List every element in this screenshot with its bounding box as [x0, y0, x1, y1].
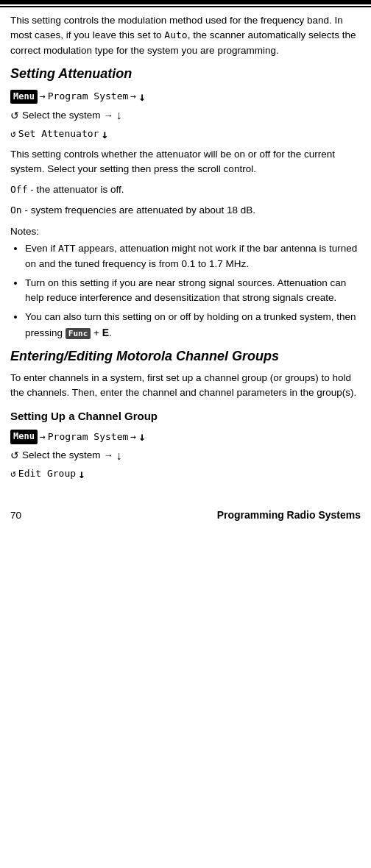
- page-number: 70: [10, 508, 21, 523]
- att-mono: ATT: [58, 243, 75, 254]
- page-container: This setting controls the modulation met…: [0, 0, 371, 528]
- edit-group-code: Edit Group: [18, 467, 76, 481]
- func-badge: Func: [66, 328, 91, 339]
- cycle-icon-1: ↺: [10, 108, 19, 123]
- program-system-code: Program System: [48, 90, 129, 104]
- s3-cycle-icon-2: ↺: [10, 467, 16, 481]
- top-border: [0, 0, 371, 4]
- section2-heading: Entering/Editing Motorola Channel Groups: [10, 348, 361, 365]
- cycle-icon-2: ↺: [10, 127, 16, 141]
- on-line: On - system frequencies are attenuated b…: [10, 203, 361, 218]
- s3-cycle-icon-1: ↺: [10, 448, 19, 463]
- arrow3: →: [104, 109, 113, 123]
- notes-label: Notes:: [10, 224, 361, 239]
- off-line: Off - the attenuator is off.: [10, 182, 361, 197]
- section3-heading: Setting Up a Channel Group: [10, 408, 361, 424]
- notes-list: Even if ATT appears, attenuation might n…: [18, 241, 361, 341]
- s3-nav-line-3: ↺ Edit Group ↓: [10, 466, 361, 483]
- bullet-3: You can also turn this setting on or off…: [25, 310, 361, 341]
- select-system-text: Select the system: [22, 108, 101, 123]
- arrow2: →: [130, 90, 136, 104]
- page-footer: 70 Programming Radio Systems: [0, 500, 371, 528]
- s3-nav-line-1: Menu → Program System → ↓: [10, 428, 361, 445]
- off-term: Off: [10, 184, 27, 195]
- s3-down-arrow1: ↓: [138, 428, 146, 445]
- section1-heading: Setting Attenuation: [10, 65, 361, 82]
- down-arrow3: ↓: [101, 126, 108, 143]
- content-area: This setting controls the modulation met…: [0, 7, 371, 497]
- s3-menu-badge: Menu: [10, 430, 38, 444]
- footer-title: Programming Radio Systems: [217, 508, 361, 522]
- section2-body: To enter channels in a system, first set…: [10, 371, 361, 401]
- set-attenuator-code: Set Attenuator: [18, 127, 99, 141]
- down-arrow2: ↓: [116, 107, 122, 124]
- s3-nav-line-2: ↺ Select the system → ↓: [10, 447, 361, 464]
- s3-down-arrow2: ↓: [116, 447, 122, 464]
- intro-paragraph: This setting controls the modulation met…: [10, 13, 361, 58]
- s3-arrow3: →: [104, 449, 113, 463]
- auto-mono: Auto: [164, 29, 187, 40]
- down-arrow1: ↓: [138, 88, 146, 105]
- bullet-1: Even if ATT appears, attenuation might n…: [25, 241, 361, 271]
- on-term: On: [10, 204, 22, 216]
- body-text-1: This setting controls whether the attenu…: [10, 147, 361, 177]
- arrow1: →: [40, 90, 46, 104]
- nav-line-3: ↺ Set Attenuator ↓: [10, 126, 361, 143]
- s3-program-system-code: Program System: [48, 430, 129, 444]
- s3-arrow1: →: [40, 430, 46, 444]
- menu-badge: Menu: [10, 90, 38, 104]
- s3-select-system-text: Select the system: [22, 448, 101, 463]
- nav-line-2: ↺ Select the system → ↓: [10, 107, 361, 124]
- key-e: E: [102, 327, 109, 338]
- s3-arrow2: →: [130, 430, 136, 444]
- nav-line-1: Menu → Program System → ↓: [10, 88, 361, 105]
- bullet-2: Turn on this setting if you are near str…: [25, 276, 361, 306]
- s3-down-arrow3: ↓: [78, 466, 85, 483]
